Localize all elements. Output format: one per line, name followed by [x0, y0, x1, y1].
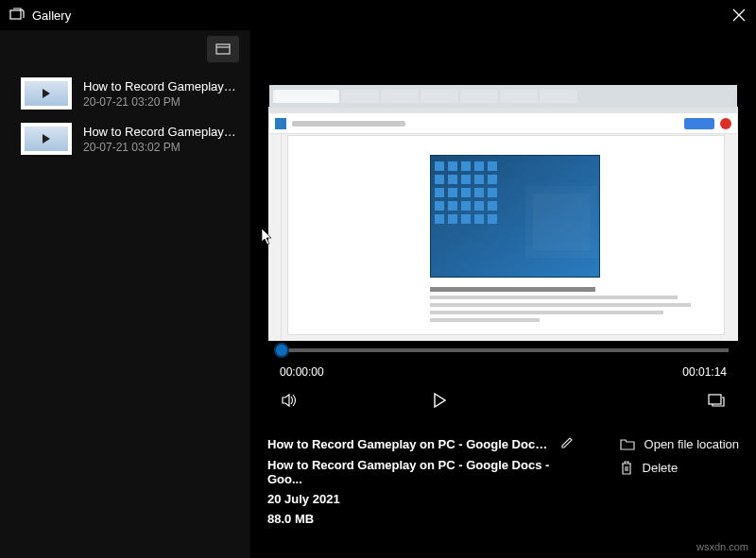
svg-rect-1 [216, 44, 230, 54]
list-item-time: 20-07-21 03:20 PM [83, 95, 239, 109]
gallery-icon [9, 8, 25, 24]
details-right: Open file location Delete [620, 435, 739, 526]
thumbnail [21, 123, 72, 155]
svg-rect-3 [709, 395, 721, 404]
open-location-label: Open file location [644, 437, 739, 451]
play-icon [43, 134, 50, 144]
layout-toggle-button[interactable] [207, 36, 239, 62]
seek-bar[interactable] [278, 348, 729, 352]
recording-date: 20 July 2021 [267, 492, 582, 506]
list-item-title: How to Record Gameplay on... [83, 79, 239, 93]
current-time: 00:00:00 [280, 365, 324, 379]
play-button[interactable] [429, 390, 450, 411]
details: How to Record Gameplay on PC - Google Do… [267, 416, 739, 526]
video-player: 00:00:00 00:01:14 [267, 43, 739, 416]
thumbnail [21, 77, 72, 110]
details-left: How to Record Gameplay on PC - Google Do… [267, 435, 582, 526]
list-item-title: How to Record Gameplay on... [83, 125, 239, 139]
recording-fulltitle: How to Record Gameplay on PC - Google Do… [267, 458, 582, 486]
window-title: Gallery [32, 8, 71, 23]
delete-label: Delete [643, 461, 679, 475]
list-item-text: How to Record Gameplay on... 20-07-21 03… [83, 125, 239, 154]
list-item[interactable]: How to Record Gameplay on... 20-07-21 03… [0, 74, 250, 119]
fullscreen-button[interactable] [706, 390, 727, 411]
seek-knob[interactable] [274, 343, 289, 358]
duration: 00:01:14 [682, 365, 727, 379]
list-item-text: How to Record Gameplay on... 20-07-21 03… [83, 79, 239, 109]
title-left: Gallery [9, 8, 71, 24]
list-item[interactable]: How to Record Gameplay on... 20-07-21 03… [0, 119, 250, 164]
close-button[interactable] [731, 8, 747, 23]
svg-rect-0 [10, 10, 21, 19]
edit-title-button[interactable] [560, 435, 575, 452]
play-icon [43, 89, 50, 98]
content: 00:00:00 00:01:14 How to Record Gameplay… [250, 30, 756, 558]
recording-title: How to Record Gameplay on PC - Google Do… [267, 437, 551, 451]
player-controls [280, 390, 727, 411]
main: How to Record Gameplay on... 20-07-21 03… [0, 30, 756, 558]
open-location-button[interactable]: Open file location [620, 437, 739, 451]
time-display: 00:00:00 00:01:14 [280, 365, 727, 379]
video-frame [268, 107, 738, 341]
watermark: wsxdn.com [696, 541, 748, 552]
recording-size: 88.0 MB [267, 512, 582, 526]
list-item-time: 20-07-21 03:02 PM [83, 141, 239, 154]
sidebar: How to Record Gameplay on... 20-07-21 03… [0, 30, 250, 558]
delete-button[interactable]: Delete [620, 461, 739, 475]
volume-button[interactable] [280, 390, 301, 411]
titlebar: Gallery [0, 0, 756, 30]
